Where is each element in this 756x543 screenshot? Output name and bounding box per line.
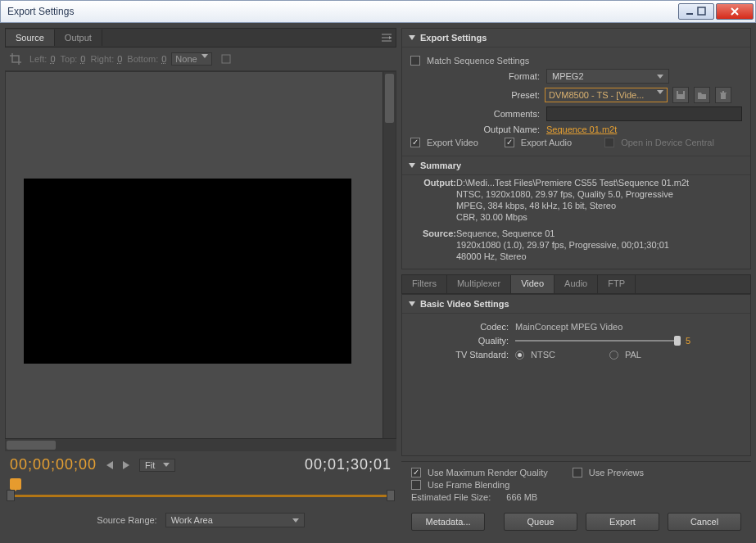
summary-heading: Summary <box>420 161 461 170</box>
codec-value: MainConcept MPEG Video <box>515 322 622 332</box>
svg-rect-1 <box>698 7 705 15</box>
crop-top-value[interactable]: 0 <box>80 54 85 64</box>
metadata-button[interactable]: Metadata... <box>411 513 485 531</box>
crop-right-value[interactable]: 0 <box>117 54 122 64</box>
settings-tabs: Filters Multiplexer Video Audio FTP <box>401 274 751 294</box>
export-audio-checkbox[interactable] <box>505 138 514 147</box>
tab-output[interactable]: Output <box>55 29 102 46</box>
in-point-handle[interactable] <box>7 490 15 501</box>
quality-value[interactable]: 5 <box>686 336 690 346</box>
estimated-size-value: 666 MB <box>506 492 537 502</box>
tab-video[interactable]: Video <box>511 275 555 293</box>
crop-top-label: Top: <box>61 54 78 64</box>
zoom-select[interactable]: Fit <box>139 459 175 472</box>
quality-label: Quality: <box>410 336 509 346</box>
save-preset-icon[interactable] <box>672 87 689 103</box>
svg-rect-2 <box>222 55 230 63</box>
out-point-handle[interactable] <box>387 490 395 501</box>
twirl-icon[interactable] <box>409 301 415 306</box>
panel-menu-icon[interactable] <box>378 29 396 46</box>
use-previews-label: Use Previews <box>589 468 644 477</box>
summary-source-label: Source: <box>410 228 456 239</box>
export-settings-heading: Export Settings <box>420 33 487 43</box>
titlebar: Export Settings <box>0 0 756 23</box>
crop-bottom-label: Bottom: <box>127 54 158 64</box>
tv-standard-label: TV Standard: <box>410 350 509 360</box>
step-fwd-icon[interactable] <box>123 461 129 469</box>
format-value: MPEG2 <box>552 71 584 81</box>
crop-icon[interactable] <box>7 51 25 67</box>
svg-rect-0 <box>686 13 693 15</box>
vertical-scrollbar[interactable] <box>383 72 396 438</box>
source-range-value: Work Area <box>171 515 213 525</box>
summary-source-value: Sequence, Sequence 01 1920x1080 (1.0), 2… <box>456 228 736 262</box>
horizontal-scrollbar[interactable] <box>5 438 396 451</box>
export-audio-label: Export Audio <box>521 138 572 147</box>
frame-blending-checkbox[interactable] <box>411 480 421 490</box>
export-video-label: Export Video <box>427 138 478 147</box>
summary-output-value: D:\Medi...Test Files\Premiere CS55 Test\… <box>456 177 736 223</box>
step-back-icon[interactable] <box>106 461 113 469</box>
video-preview <box>24 179 351 364</box>
crop-preset-icon[interactable] <box>217 51 235 67</box>
queue-button[interactable]: Queue <box>504 513 577 531</box>
preset-select[interactable]: DVM8500 - TS - [Vide... <box>545 88 668 102</box>
minimize-maximize-buttons[interactable] <box>678 3 714 20</box>
frame-blending-label: Use Frame Blending <box>428 480 509 490</box>
basic-video-heading: Basic Video Settings <box>420 299 509 309</box>
open-device-central-checkbox <box>604 138 614 147</box>
match-sequence-label: Match Sequence Settings <box>427 56 529 66</box>
preset-value: DVM8500 - TS - [Vide... <box>549 90 644 100</box>
tab-audio[interactable]: Audio <box>555 275 598 293</box>
source-range-label: Source Range: <box>97 515 156 525</box>
tab-source[interactable]: Source <box>6 29 55 46</box>
comments-input[interactable] <box>546 106 742 121</box>
format-select[interactable]: MPEG2 <box>546 69 669 84</box>
close-button[interactable] <box>716 3 754 20</box>
max-render-quality-checkbox[interactable] <box>411 468 421 477</box>
duration-timecode: 00;01;30;01 <box>305 456 392 473</box>
import-preset-icon[interactable] <box>694 87 710 103</box>
tab-multiplexer[interactable]: Multiplexer <box>447 275 511 293</box>
crop-bottom-value[interactable]: 0 <box>161 54 166 64</box>
tab-filters[interactable]: Filters <box>402 275 447 293</box>
format-label: Format: <box>410 71 540 81</box>
preset-label: Preset: <box>410 90 540 100</box>
crop-left-label: Left: <box>29 54 47 64</box>
current-timecode[interactable]: 00;00;00;00 <box>10 456 97 473</box>
crop-scale-value: None <box>175 54 197 64</box>
timeline[interactable] <box>10 478 392 506</box>
svg-rect-4 <box>678 91 683 94</box>
tab-ftp[interactable]: FTP <box>598 275 636 293</box>
playhead-icon[interactable] <box>10 478 21 490</box>
cancel-button[interactable]: Cancel <box>668 513 741 531</box>
max-render-quality-label: Use Maximum Render Quality <box>428 468 548 477</box>
output-name-label: Output Name: <box>410 124 540 134</box>
ntsc-label: NTSC <box>531 350 555 360</box>
preview-area[interactable] <box>6 72 383 438</box>
export-button[interactable]: Export <box>586 513 659 531</box>
ntsc-radio[interactable] <box>515 351 524 360</box>
crop-scale-select[interactable]: None <box>171 52 212 66</box>
twirl-icon[interactable] <box>409 35 415 40</box>
output-name-link[interactable]: Sequence 01.m2t <box>546 124 617 134</box>
twirl-icon[interactable] <box>409 163 415 168</box>
preview-tabs: Source Output <box>5 28 396 48</box>
quality-slider[interactable] <box>515 335 679 346</box>
match-sequence-checkbox[interactable] <box>410 56 420 66</box>
crop-toolbar: Left:0 Top:0 Right:0 Bottom:0 None <box>5 48 396 71</box>
open-device-central-label: Open in Device Central <box>621 138 714 147</box>
pal-radio[interactable] <box>609 351 618 360</box>
summary-output-label: Output: <box>410 177 456 188</box>
use-previews-checkbox[interactable] <box>573 468 582 477</box>
crop-left-value[interactable]: 0 <box>50 54 55 64</box>
comments-label: Comments: <box>410 109 540 119</box>
codec-label: Codec: <box>410 322 509 332</box>
window-title: Export Settings <box>7 6 677 17</box>
zoom-value: Fit <box>145 460 155 470</box>
delete-preset-icon[interactable] <box>715 87 731 103</box>
source-range-select[interactable]: Work Area <box>165 513 305 527</box>
export-video-checkbox[interactable] <box>410 138 420 147</box>
estimated-size-label: Estimated File Size: <box>411 492 491 502</box>
pal-label: PAL <box>625 350 641 360</box>
